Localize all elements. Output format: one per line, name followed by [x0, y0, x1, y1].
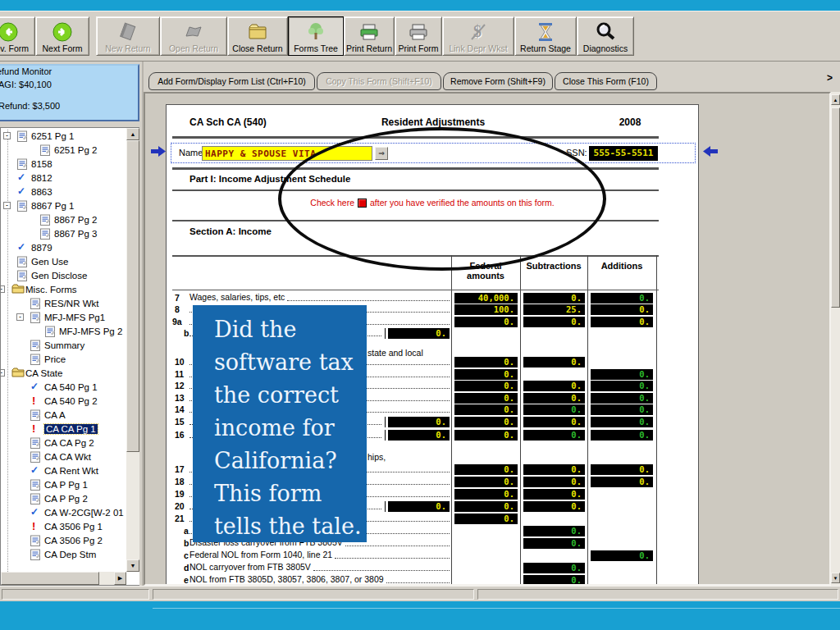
amount-field-additions[interactable]: 0. [591, 381, 653, 391]
scroll-right-button[interactable]: ▶ [114, 572, 126, 585]
tree-horizontal-scrollbar[interactable]: ▶ [1, 572, 126, 585]
tree-item-8812[interactable]: ✓8812 [1, 171, 126, 185]
diagnostics-button[interactable]: Diagnostics [577, 16, 634, 56]
amount-field-inline[interactable]: 0. [388, 430, 450, 441]
amount-field-subtractions[interactable]: 0. [523, 393, 585, 404]
amount-field-federal[interactable]: 0. [454, 464, 518, 475]
amount-field-additions[interactable]: 0. [591, 293, 653, 304]
tree-item-gen-use[interactable]: Gen Use [1, 255, 126, 269]
tree-item-ca-rent-wkt[interactable]: ✓CA Rent Wkt [1, 464, 126, 478]
expand-collapse-box[interactable]: - [3, 132, 11, 139]
print-return-button[interactable]: Print Return [344, 16, 395, 56]
tree-item-8867-pg-2[interactable]: 8867 Pg 2 [1, 213, 126, 227]
scroll-thumb[interactable] [1, 572, 99, 585]
amount-field-subtractions[interactable]: 0. [523, 404, 585, 415]
amount-field-federal[interactable]: 100. [454, 304, 518, 315]
amount-field-federal[interactable]: 0. [454, 477, 518, 487]
tree-item-misc-forms[interactable]: -Misc. Forms [1, 283, 126, 297]
amount-field-subtractions[interactable]: 0. [523, 357, 585, 368]
amount-field-inline[interactable]: 0. [388, 328, 450, 339]
tree-item-8879[interactable]: ✓8879 [1, 241, 126, 255]
amount-field-federal[interactable]: 0. [454, 404, 518, 415]
tree-item-ca-a[interactable]: CA A [1, 409, 126, 422]
tree-item-8158[interactable]: 8158 [1, 158, 126, 171]
expand-collapse-box[interactable]: - [1, 369, 5, 377]
open-return-button[interactable]: Open Return [160, 16, 227, 56]
amount-field-additions[interactable]: 0. [591, 404, 653, 415]
tree-item-6251-pg-1[interactable]: -6251 Pg 1 [1, 130, 126, 144]
amount-field-subtractions[interactable]: 0. [523, 293, 585, 304]
tree-item-summary[interactable]: Summary [1, 339, 126, 353]
amount-field-federal[interactable]: 0. [454, 489, 518, 500]
amount-field-federal[interactable]: 0. [454, 514, 518, 524]
amount-field-subtractions[interactable]: 0. [523, 317, 585, 327]
tree-item-ca-dep-stm[interactable]: CA Dep Stm [1, 548, 126, 562]
tree-item-6251-pg-2[interactable]: 6251 Pg 2 [1, 144, 126, 158]
tree-item-8867-pg-1[interactable]: -8867 Pg 1 [1, 199, 126, 213]
form-vertical-scrollbar[interactable]: ▲ ▼ [831, 92, 840, 586]
tree-item-ca-w-2cg-w-2-01[interactable]: ✓CA W-2CG[W-2 01 [1, 506, 126, 520]
amount-field-additions[interactable]: 0. [591, 550, 653, 561]
link-depr-wkst-button[interactable]: $ Link Depr Wkst [442, 16, 514, 56]
tree-item-ca-ca-wkt[interactable]: CA CA Wkt [1, 450, 126, 464]
amount-field-subtractions[interactable]: 0. [523, 563, 585, 573]
amount-field-federal[interactable]: 0. [454, 357, 518, 368]
scroll-down-button[interactable]: ▼ [126, 559, 139, 572]
amount-field-subtractions[interactable]: 0. [523, 417, 585, 427]
amount-field-additions[interactable]: 0. [591, 430, 653, 441]
tree-item-ca-3506-pg-1[interactable]: !CA 3506 Pg 1 [1, 520, 126, 534]
tree-item-ca-540-pg-1[interactable]: ✓CA 540 Pg 1 [1, 381, 126, 395]
tree-item-res-nr-wkt[interactable]: RES/NR Wkt [1, 297, 126, 311]
amount-field-additions[interactable]: 0. [591, 393, 653, 404]
amount-field-additions[interactable]: 0. [591, 477, 653, 487]
tab-copy-form[interactable]: Copy This Form (Shift+F10) [317, 72, 441, 90]
amount-field-inline[interactable]: 0. [388, 417, 450, 427]
expand-collapse-box[interactable]: - [16, 313, 24, 321]
expand-collapse-box[interactable]: - [3, 202, 11, 209]
ssn-input[interactable]: 555-55-5511 [589, 146, 658, 161]
scroll-thumb[interactable] [126, 140, 139, 452]
amount-field-subtractions[interactable]: 0. [523, 538, 585, 549]
tree-item-ca-state[interactable]: -CA State [1, 367, 126, 381]
amount-field-inline[interactable]: 0. [388, 501, 450, 512]
tree-item-8863[interactable]: ✓8863 [1, 185, 126, 199]
return-stage-button[interactable]: Return Stage [514, 16, 577, 56]
amount-field-additions[interactable]: 0. [591, 369, 653, 380]
prev-form-button[interactable]: Prev. Form [0, 16, 35, 56]
amount-field-subtractions[interactable]: 0. [523, 489, 585, 500]
tab-scroll-right-button[interactable]: > [827, 72, 838, 85]
amount-field-subtractions[interactable]: 0. [523, 501, 585, 512]
amount-field-federal[interactable]: 0. [454, 501, 518, 512]
tree-item-ca-ca-pg-1[interactable]: !CA CA Pg 1 [1, 422, 126, 436]
amount-field-subtractions[interactable]: 0. [523, 477, 585, 487]
amount-field-federal[interactable]: 0. [454, 430, 518, 441]
amount-field-subtractions[interactable]: 0. [523, 526, 585, 536]
tree-item-ca-540-pg-2[interactable]: !CA 540 Pg 2 [1, 395, 126, 409]
new-return-button[interactable]: New Return [96, 16, 160, 56]
amount-field-subtractions[interactable]: 0. [523, 381, 585, 391]
amount-field-subtractions[interactable]: 0. [523, 575, 585, 586]
tree-item-ca-3506-pg-2[interactable]: CA 3506 Pg 2 [1, 534, 126, 548]
amount-field-federal[interactable]: 0. [454, 417, 518, 427]
amount-field-additions[interactable]: 0. [591, 304, 653, 315]
amount-field-subtractions[interactable]: 25. [523, 304, 585, 315]
amount-field-federal[interactable]: 0. [454, 381, 518, 391]
amount-field-additions[interactable]: 0. [591, 317, 653, 327]
amount-field-federal[interactable]: 40,000. [454, 293, 518, 304]
tree-item-mfj-mfs-pg-2[interactable]: MFJ-MFS Pg 2 [1, 325, 126, 339]
tree-item-8867-pg-3[interactable]: 8867 Pg 3 [1, 227, 126, 241]
close-return-button[interactable]: Close Return [227, 16, 288, 56]
forms-tree-button[interactable]: Forms Tree [288, 16, 344, 56]
next-form-button[interactable]: Next Form [35, 16, 89, 56]
amount-field-subtractions[interactable]: 0. [523, 430, 585, 441]
expand-collapse-box[interactable]: - [1, 285, 5, 293]
amount-field-additions[interactable]: 0. [591, 417, 653, 427]
tree-vertical-scrollbar[interactable]: ▲ ▼ [126, 128, 139, 572]
print-form-button[interactable]: Print Form [395, 16, 442, 56]
amount-field-federal[interactable]: 0. [454, 393, 518, 404]
amount-field-subtractions[interactable]: 0. [523, 464, 585, 475]
tree-item-mfj-mfs-pg1[interactable]: -MFJ-MFS Pg1 [1, 311, 126, 325]
amount-field-additions[interactable]: 0. [591, 464, 653, 475]
tree-item-price[interactable]: Price [1, 353, 126, 367]
tree-item-ca-p-pg-2[interactable]: CA P Pg 2 [1, 492, 126, 506]
